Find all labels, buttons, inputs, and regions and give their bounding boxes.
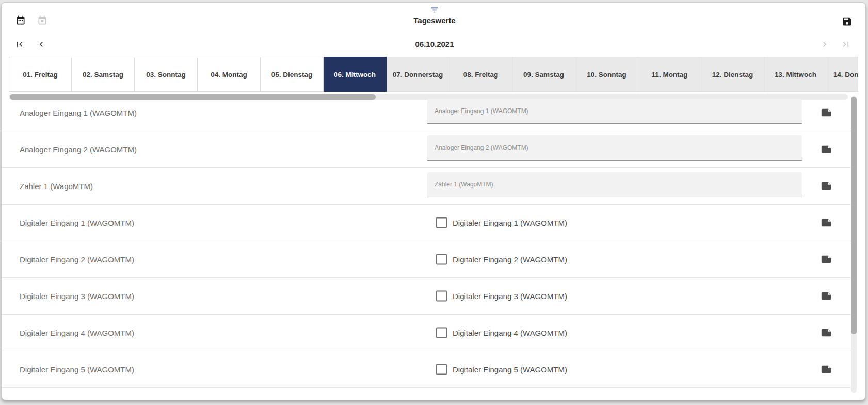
vertical-scrollbar bbox=[851, 96, 857, 393]
next-day-button bbox=[819, 39, 830, 50]
table-row-text: Analoger Eingang 1 (WAGOMTM) bbox=[2, 95, 851, 131]
checkbox-group: Digitaler Eingang 1 (WAGOMTM) bbox=[436, 217, 567, 228]
day-tab-7[interactable]: 07. Donnerstag bbox=[387, 57, 449, 92]
day-tabs: 01. Freitag 02. Samstag 03. Sonntag 04. … bbox=[9, 57, 858, 92]
day-tab-2[interactable]: 02. Samstag bbox=[72, 57, 135, 92]
row-label: Analoger Eingang 2 (WAGOMTM) bbox=[20, 145, 137, 154]
row-label: Digitaler Eingang 3 (WAGOMTM) bbox=[20, 292, 134, 301]
filter-button[interactable] bbox=[430, 5, 439, 14]
row-label: Analoger Eingang 1 (WAGOMTM) bbox=[20, 108, 137, 117]
day-tab-label: 13. Mittwoch bbox=[775, 71, 816, 79]
table-row-text: Analoger Eingang 2 (WAGOMTM) bbox=[2, 131, 851, 168]
value-input[interactable] bbox=[427, 172, 802, 197]
current-date: 06.10.2021 bbox=[415, 40, 454, 49]
copy-note-button[interactable] bbox=[820, 217, 832, 228]
day-tab-label: 14. Donnerstag bbox=[833, 71, 858, 79]
value-field bbox=[427, 99, 802, 124]
day-tab-label: 12. Dienstag bbox=[712, 71, 753, 79]
checkbox-label: Digitaler Eingang 4 (WAGOMTM) bbox=[453, 329, 567, 337]
save-button[interactable] bbox=[842, 16, 853, 27]
filter-icon bbox=[430, 5, 439, 14]
day-tab-8[interactable]: 08. Freitag bbox=[449, 57, 512, 92]
value-checkbox[interactable] bbox=[436, 364, 447, 375]
last-day-button bbox=[841, 39, 851, 50]
values-table: Analoger Eingang 1 (WAGOMTM) Analoger Ei… bbox=[2, 95, 851, 388]
day-tab-13[interactable]: 13. Mittwoch bbox=[764, 57, 827, 92]
chevron-right-icon bbox=[819, 39, 830, 50]
note-copy-icon bbox=[820, 107, 832, 118]
day-tab-label: 09. Samstag bbox=[523, 71, 564, 79]
day-tab-label: 06. Mittwoch bbox=[334, 71, 376, 79]
note-copy-icon bbox=[820, 180, 832, 192]
value-checkbox[interactable] bbox=[436, 217, 447, 228]
copy-note-button[interactable] bbox=[820, 290, 832, 302]
value-field bbox=[427, 135, 802, 161]
day-tab-12[interactable]: 12. Dienstag bbox=[701, 57, 764, 92]
copy-note-button[interactable] bbox=[820, 254, 832, 265]
day-tab-label: 04. Montag bbox=[211, 71, 247, 79]
checkbox-group: Digitaler Eingang 5 (WAGOMTM) bbox=[436, 364, 567, 375]
table-row-checkbox: Digitaler Eingang 4 (WAGOMTM) Digitaler … bbox=[2, 315, 851, 351]
day-tab-4[interactable]: 04. Montag bbox=[198, 57, 261, 92]
checkbox-group: Digitaler Eingang 3 (WAGOMTM) bbox=[436, 291, 567, 302]
calendar-month-icon bbox=[15, 15, 26, 26]
chevron-left-icon bbox=[36, 39, 46, 50]
checkbox-label: Digitaler Eingang 2 (WAGOMTM) bbox=[453, 255, 567, 264]
note-copy-icon bbox=[820, 254, 832, 265]
value-input[interactable] bbox=[427, 99, 802, 123]
checkbox-label: Digitaler Eingang 1 (WAGOMTM) bbox=[453, 219, 567, 227]
vertical-scrollbar-thumb[interactable] bbox=[851, 97, 857, 334]
table-row-checkbox: Digitaler Eingang 5 (WAGOMTM) Digitaler … bbox=[2, 351, 851, 388]
day-tab-label: 05. Dienstag bbox=[271, 71, 313, 79]
day-tab-label: 03. Sonntag bbox=[146, 71, 186, 79]
checkbox-label: Digitaler Eingang 3 (WAGOMTM) bbox=[453, 292, 567, 301]
value-input[interactable] bbox=[427, 135, 802, 160]
note-copy-icon bbox=[820, 144, 832, 155]
row-label: Zähler 1 (WagoMTM) bbox=[20, 182, 93, 191]
day-tab-label: 07. Donnerstag bbox=[393, 71, 443, 79]
previous-day-button[interactable] bbox=[36, 39, 46, 50]
day-tab-11[interactable]: 11. Montag bbox=[638, 57, 701, 92]
day-tab-9[interactable]: 09. Samstag bbox=[512, 57, 575, 92]
value-field bbox=[427, 172, 802, 197]
note-copy-icon bbox=[820, 327, 832, 338]
day-tab-1[interactable]: 01. Freitag bbox=[9, 57, 72, 92]
day-tab-label: 10. Sonntag bbox=[587, 71, 626, 79]
day-tab-3[interactable]: 03. Sonntag bbox=[135, 57, 198, 92]
row-label: Digitaler Eingang 1 (WAGOMTM) bbox=[20, 219, 134, 227]
day-tab-label: 02. Samstag bbox=[83, 71, 123, 79]
checkbox-label: Digitaler Eingang 5 (WAGOMTM) bbox=[453, 365, 567, 374]
tageswerte-panel: Tageswerte 06.10.2021 01. Freitag 02. Sa… bbox=[1, 2, 866, 400]
note-copy-icon bbox=[820, 290, 832, 302]
day-tab-label: 01. Freitag bbox=[23, 71, 58, 79]
copy-note-button[interactable] bbox=[820, 364, 832, 375]
day-tab-10[interactable]: 10. Sonntag bbox=[575, 57, 638, 92]
table-row-checkbox: Digitaler Eingang 2 (WAGOMTM) Digitaler … bbox=[2, 241, 851, 278]
first-page-icon bbox=[14, 39, 25, 50]
note-copy-icon bbox=[820, 364, 832, 375]
copy-note-button[interactable] bbox=[820, 180, 832, 192]
checkbox-group: Digitaler Eingang 2 (WAGOMTM) bbox=[436, 254, 567, 265]
copy-note-button[interactable] bbox=[820, 107, 832, 118]
save-icon bbox=[842, 16, 853, 27]
value-checkbox[interactable] bbox=[436, 254, 447, 265]
day-tab-label: 11. Montag bbox=[652, 71, 688, 79]
row-label: Digitaler Eingang 4 (WAGOMTM) bbox=[20, 329, 134, 337]
day-tab-5[interactable]: 05. Dienstag bbox=[261, 57, 324, 92]
calendar-day-button bbox=[37, 15, 47, 26]
table-row-checkbox: Digitaler Eingang 1 (WAGOMTM) Digitaler … bbox=[2, 205, 851, 241]
note-copy-icon bbox=[820, 217, 832, 228]
first-day-button[interactable] bbox=[14, 39, 25, 50]
copy-note-button[interactable] bbox=[820, 327, 832, 338]
calendar-month-button[interactable] bbox=[15, 15, 26, 26]
checkbox-group: Digitaler Eingang 4 (WAGOMTM) bbox=[436, 328, 567, 338]
last-page-icon bbox=[841, 39, 851, 50]
row-label: Digitaler Eingang 5 (WAGOMTM) bbox=[20, 365, 134, 374]
day-tab-14[interactable]: 14. Donnerstag bbox=[827, 57, 858, 92]
value-checkbox[interactable] bbox=[436, 291, 447, 302]
page-title: Tageswerte bbox=[413, 16, 455, 25]
value-checkbox[interactable] bbox=[436, 328, 447, 338]
row-label: Digitaler Eingang 2 (WAGOMTM) bbox=[20, 255, 134, 264]
copy-note-button[interactable] bbox=[820, 144, 832, 155]
day-tab-6[interactable]: 06. Mittwoch bbox=[324, 57, 387, 92]
